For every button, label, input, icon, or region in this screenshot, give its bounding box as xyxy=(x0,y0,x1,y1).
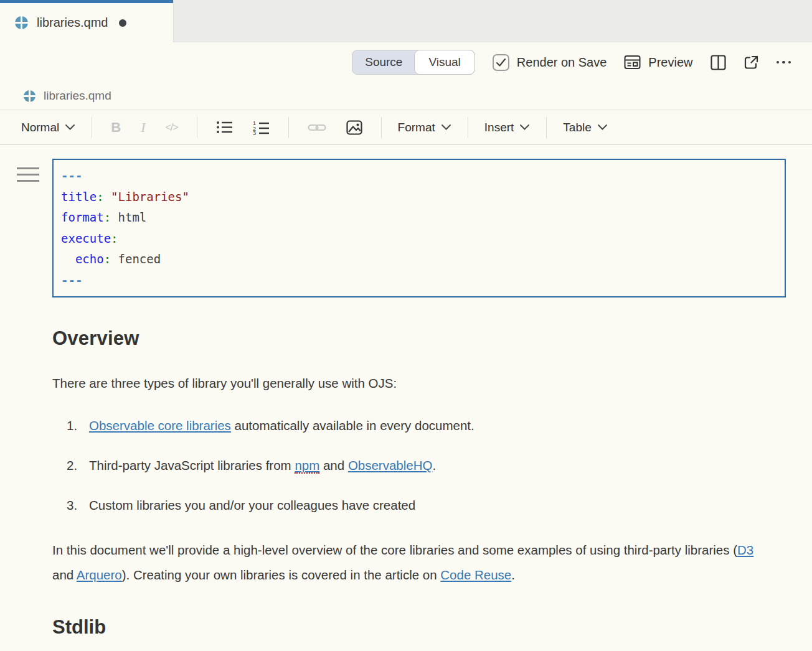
list-item-number: 1. xyxy=(67,418,89,433)
yaml-line: --- xyxy=(61,270,777,291)
unsaved-changes-dot-icon xyxy=(119,19,126,27)
preview-label: Preview xyxy=(648,55,692,70)
text-segment: ). Creating your own libraries is covere… xyxy=(122,568,441,582)
split-editor-button[interactable] xyxy=(710,55,726,70)
paragraph-style-dropdown[interactable]: Normal xyxy=(14,121,83,134)
list-item-text: Observable core libraries automatically … xyxy=(89,418,474,433)
yaml-line: title: "Libraries" xyxy=(61,187,777,208)
yaml-token-plain xyxy=(61,252,75,266)
inline-link[interactable]: ObservableHQ xyxy=(348,458,433,472)
quarto-file-icon xyxy=(24,90,35,102)
text-segment: and xyxy=(319,458,348,472)
breadcrumb: libraries.qmd xyxy=(0,82,812,110)
chevron-down-icon xyxy=(441,124,451,131)
text-segment: . xyxy=(511,568,515,582)
yaml-line: --- xyxy=(61,166,777,187)
text-segment: Third-party JavaScript libraries from xyxy=(89,458,295,472)
toolbar-divider xyxy=(546,117,547,138)
bold-button[interactable]: B xyxy=(101,119,131,136)
toolbar-divider xyxy=(468,117,468,138)
insert-menu[interactable]: Insert xyxy=(477,121,538,134)
render-on-save-checkbox[interactable] xyxy=(493,54,509,71)
open-external-button[interactable] xyxy=(744,55,759,70)
format-menu[interactable]: Format xyxy=(390,121,459,134)
external-link-icon xyxy=(744,55,759,70)
numbered-list-button[interactable]: 1 2 3 xyxy=(243,120,280,135)
list-item-number: 2. xyxy=(67,458,89,473)
tab-strip-empty-area xyxy=(173,0,812,42)
yaml-token-delim: --- xyxy=(61,169,82,182)
format-menu-label: Format xyxy=(398,121,435,134)
source-visual-toggle: Source Visual xyxy=(352,50,475,75)
yaml-token-colon: : xyxy=(111,232,118,245)
inline-link[interactable]: D3 xyxy=(737,543,753,557)
toolbar-divider xyxy=(288,117,289,138)
insert-menu-label: Insert xyxy=(484,121,514,134)
yaml-token-string: "Libraries" xyxy=(111,190,189,204)
render-on-save-control[interactable]: Render on Save xyxy=(493,54,607,71)
preview-button[interactable]: Preview xyxy=(624,55,692,70)
insert-image-button[interactable] xyxy=(336,120,372,135)
list-item: 3.Custom libraries you and/or your colle… xyxy=(52,498,786,513)
yaml-token-plain: fenced xyxy=(111,252,161,266)
list-item-number: 3. xyxy=(67,498,89,513)
preview-icon xyxy=(624,55,641,70)
dot-icon xyxy=(777,61,780,64)
chevron-down-icon xyxy=(65,124,75,131)
chevron-down-icon xyxy=(519,124,530,131)
yaml-token-plain: html xyxy=(111,210,146,224)
yaml-token-plain xyxy=(104,190,111,204)
chevron-down-icon xyxy=(597,124,608,131)
italic-button[interactable]: I xyxy=(131,119,155,136)
list-item-text: Custom libraries you and/or your colleag… xyxy=(89,498,415,513)
image-icon xyxy=(346,120,362,135)
inline-link[interactable]: Observable core libraries xyxy=(89,418,231,433)
yaml-line: execute: xyxy=(61,228,777,250)
svg-text:3: 3 xyxy=(253,130,256,135)
yaml-line: echo: fenced xyxy=(61,249,777,270)
inline-link-misspelled[interactable]: npm xyxy=(295,458,319,474)
inline-link[interactable]: Arquero xyxy=(77,568,122,582)
yaml-token-key: echo xyxy=(75,252,104,266)
code-button[interactable]: </> xyxy=(155,122,187,133)
block-drag-handle[interactable] xyxy=(17,167,39,186)
breadcrumb-filename[interactable]: libraries.qmd xyxy=(44,89,111,103)
split-columns-icon xyxy=(710,55,726,70)
closing-paragraph: In this document we'll provide a high-le… xyxy=(52,538,765,588)
yaml-token-key: format xyxy=(61,210,104,224)
list-item-text: Third-party JavaScript libraries from np… xyxy=(89,458,436,473)
source-mode-button[interactable]: Source xyxy=(352,50,415,74)
visual-editor-canvas[interactable]: ---title: "Libraries"format: htmlexecute… xyxy=(0,145,812,639)
yaml-token-colon: : xyxy=(97,190,103,204)
dot-icon xyxy=(782,61,785,64)
yaml-token-key: title xyxy=(61,190,97,204)
inline-link[interactable]: Code Reuse xyxy=(440,568,511,582)
yaml-front-matter-block[interactable]: ---title: "Libraries"format: htmlexecute… xyxy=(52,159,786,297)
quarto-file-icon xyxy=(15,16,28,29)
insert-link-button[interactable] xyxy=(298,123,336,133)
link-icon xyxy=(308,123,326,133)
checkmark-icon xyxy=(496,58,506,67)
text-segment: . xyxy=(432,458,436,472)
text-segment: and xyxy=(52,568,77,582)
more-options-button[interactable] xyxy=(777,61,791,64)
tab-libraries-qmd[interactable]: libraries.qmd xyxy=(0,0,173,42)
code-icon: </> xyxy=(165,122,177,133)
toolbar-divider xyxy=(197,117,197,138)
render-on-save-label: Render on Save xyxy=(517,55,607,70)
editor-top-toolbar: Source Visual Render on Save Preview xyxy=(0,42,812,82)
table-menu[interactable]: Table xyxy=(555,121,615,134)
visual-mode-button[interactable]: Visual xyxy=(414,50,474,75)
intro-paragraph: There are three types of library you'll … xyxy=(52,371,765,396)
bullet-list-button[interactable] xyxy=(206,120,243,134)
toolbar-divider xyxy=(381,117,382,138)
section-heading-stdlib: Stdlib xyxy=(52,616,786,639)
text-segment: automatically available in every documen… xyxy=(231,418,474,433)
hamburger-icon xyxy=(17,174,39,176)
text-segment: Custom libraries you and/or your colleag… xyxy=(89,498,415,512)
yaml-token-key: execute xyxy=(61,232,111,245)
list-item: 2.Third-party JavaScript libraries from … xyxy=(52,458,786,473)
table-menu-label: Table xyxy=(563,121,591,134)
section-heading-overview: Overview xyxy=(52,327,786,350)
toolbar-divider xyxy=(92,117,92,138)
